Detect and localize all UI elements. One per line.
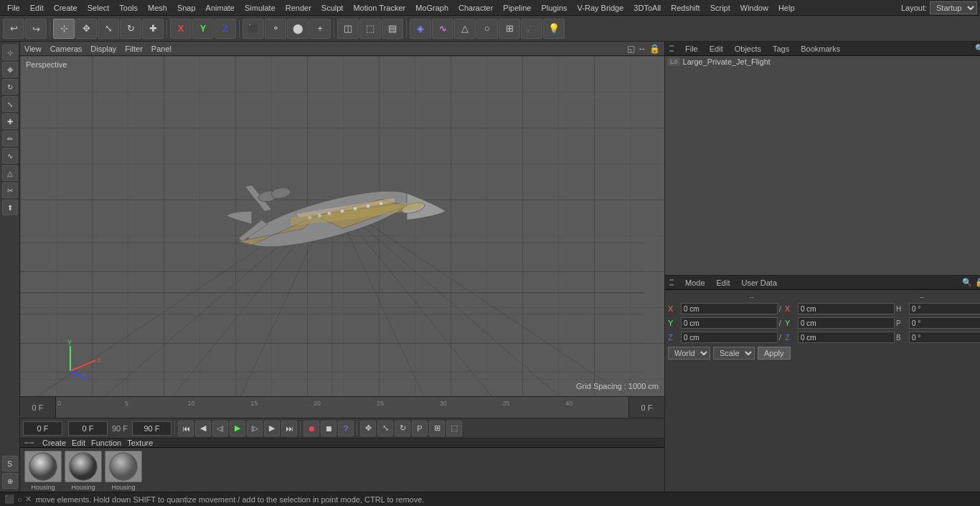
menu-render[interactable]: Render (281, 2, 316, 14)
help-button[interactable]: ? (338, 421, 354, 436)
attr-p-rot[interactable] (909, 317, 980, 329)
menu-sculpt[interactable]: Sculpt (317, 2, 348, 14)
tool-extrude[interactable]: ⬆ (2, 200, 18, 215)
select-tool-button[interactable]: ⊹ (53, 19, 75, 39)
tool-poly[interactable]: △ (2, 165, 18, 181)
grid-button[interactable]: ⊞ (499, 19, 520, 39)
rotate-tool-button[interactable]: ↻ (120, 19, 141, 39)
attr-tab-userdata[interactable]: User Data (739, 277, 781, 289)
material-tab-function[interactable]: Function (91, 439, 121, 447)
axis-z-button[interactable]: Z (215, 19, 236, 39)
viewport-expand-icon[interactable]: ↔ (638, 44, 646, 54)
attr-y-size[interactable] (798, 317, 895, 329)
tool-pen[interactable]: ✏ (2, 131, 18, 146)
menu-animate[interactable]: Animate (202, 2, 239, 14)
cylinder-button[interactable]: ⬤ (287, 19, 308, 39)
tool-brush[interactable]: S (2, 456, 18, 472)
menu-window[interactable]: Window (736, 2, 773, 14)
layout-dropdown[interactable]: Startup (930, 1, 977, 14)
tool-spline[interactable]: ∿ (2, 148, 18, 164)
attr-apply-button[interactable]: Apply (758, 347, 791, 360)
record-button[interactable]: ⏺ (303, 421, 319, 436)
attr-world-dropdown[interactable]: World (668, 347, 710, 360)
menu-create[interactable]: Create (50, 2, 82, 14)
grid-playback-btn[interactable]: ⊞ (429, 421, 445, 436)
obj-tab-edit[interactable]: Edit (707, 43, 726, 55)
attr-x-pos[interactable] (681, 303, 778, 314)
obj-tab-objects[interactable]: Objects (732, 43, 764, 55)
tool-rotate[interactable]: ↻ (2, 79, 18, 95)
render-region-button[interactable]: ⬚ (359, 19, 381, 39)
move-tool-button[interactable]: ✥ (75, 19, 97, 39)
tool-select[interactable]: ⊹ (2, 44, 18, 60)
auto-key-button[interactable]: ⏹ (321, 421, 336, 436)
end-frame-input[interactable] (132, 421, 171, 436)
start-frame-input[interactable] (68, 421, 108, 436)
scale-playback-btn[interactable]: ⤡ (377, 421, 393, 436)
menu-select[interactable]: Select (83, 2, 114, 14)
next-frame-button[interactable]: ▶ (264, 421, 280, 436)
tool-knife[interactable]: ✂ (2, 182, 18, 198)
attr-y-pos[interactable] (681, 317, 778, 329)
menu-file[interactable]: File (3, 2, 24, 14)
obj-tab-bookmarks[interactable]: Bookmarks (798, 43, 843, 55)
null-button[interactable]: + (309, 19, 331, 39)
sphere-button[interactable]: ⚬ (265, 19, 286, 39)
menu-mograph[interactable]: MoGraph (411, 2, 453, 14)
attr-x-size[interactable] (798, 303, 895, 314)
attr-tab-mode[interactable]: Mode (682, 277, 708, 289)
menu-tools[interactable]: Tools (115, 2, 142, 14)
render-view-button[interactable]: ◫ (337, 19, 359, 39)
attr-h-rot[interactable] (909, 303, 980, 314)
tool-move[interactable]: ✥ (2, 62, 18, 78)
next-key-button[interactable]: |▷ (247, 421, 263, 436)
timeline-ruler-area[interactable]: 0 5 10 15 20 25 30 35 40 (56, 397, 628, 418)
material-item-1[interactable]: Housing (24, 451, 62, 491)
render-playback-btn[interactable]: ⬚ (446, 421, 462, 436)
shading-button[interactable]: ◈ (410, 19, 431, 39)
coord-playback-btn[interactable]: P (412, 421, 428, 436)
material-tab-create[interactable]: Create (42, 439, 66, 447)
viewport-lock-icon[interactable]: 🔒 (649, 44, 660, 54)
attr-scale-dropdown[interactable]: Scale (713, 347, 755, 360)
menu-script[interactable]: Script (706, 2, 735, 14)
menu-snap[interactable]: Snap (173, 2, 200, 14)
material-item-3[interactable]: Housing (105, 451, 142, 491)
move-playback-btn[interactable]: ✥ (360, 421, 376, 436)
goto-start-button[interactable]: ⏮ (178, 421, 194, 436)
menu-motion-tracker[interactable]: Motion Tracker (349, 2, 410, 14)
camera-button[interactable]: 🎥 (521, 19, 542, 39)
viewport-menu-filter[interactable]: Filter (125, 44, 142, 53)
goto-end-button[interactable]: ⏭ (281, 421, 297, 436)
viewport-menu-view[interactable]: View (24, 44, 42, 53)
obj-search-icon[interactable]: 🔍 (975, 44, 980, 53)
rotate-playback-btn[interactable]: ↻ (395, 421, 410, 436)
prev-key-button[interactable]: ◁| (212, 421, 228, 436)
menu-3dtoall[interactable]: 3DToAll (629, 2, 665, 14)
obj-tab-tags[interactable]: Tags (770, 43, 792, 55)
menu-redshift[interactable]: Redshift (666, 2, 704, 14)
menu-mesh[interactable]: Mesh (143, 2, 171, 14)
attr-b-rot[interactable] (909, 332, 980, 343)
viewport-menu-cameras[interactable]: Cameras (50, 44, 83, 53)
attr-lock-icon[interactable]: 🔒 (975, 278, 980, 287)
tool-scale[interactable]: ⤡ (2, 96, 18, 112)
render-queue-button[interactable]: ▤ (382, 19, 403, 39)
spline-button[interactable]: ∿ (432, 19, 453, 39)
attr-z-pos[interactable] (681, 332, 778, 343)
prev-frame-button[interactable]: ◀ (195, 421, 211, 436)
menu-edit[interactable]: Edit (26, 2, 48, 14)
material-tab-texture[interactable]: Texture (127, 439, 153, 447)
object-item-jet[interactable]: L0 Large_Private_Jet_Flight (665, 56, 980, 67)
material-item-2[interactable]: Housing (65, 451, 102, 491)
tool-magnet[interactable]: ⊕ (2, 473, 18, 489)
object-button[interactable]: ○ (476, 19, 498, 39)
menu-simulate[interactable]: Simulate (240, 2, 280, 14)
tool-create[interactable]: ✚ (2, 113, 18, 129)
axis-x-button[interactable]: X (170, 19, 192, 39)
menu-pipeline[interactable]: Pipeline (499, 2, 535, 14)
attr-z-size[interactable] (798, 332, 895, 343)
undo-button[interactable]: ↩ (3, 19, 24, 39)
menu-plugins[interactable]: Plugins (537, 2, 571, 14)
menu-help[interactable]: Help (774, 2, 799, 14)
